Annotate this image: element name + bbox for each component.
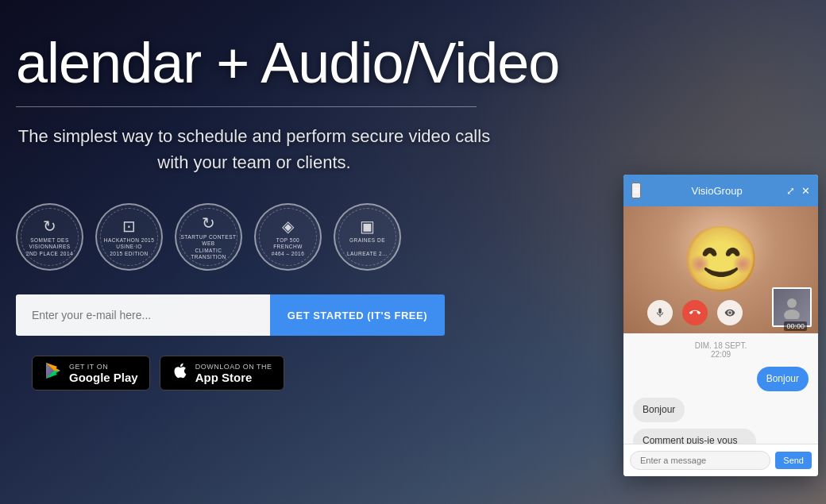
badge-icon-2: ⊡ bbox=[122, 217, 137, 236]
email-input[interactable] bbox=[16, 294, 270, 336]
google-play-button[interactable]: GET IT ON Google Play bbox=[32, 356, 150, 391]
badge-icon-4: ◈ bbox=[282, 217, 295, 236]
badge-award-4: ◈ TOP 500FRENCHW#464 – 2016 bbox=[254, 203, 322, 271]
badge-text-1: SOMMET DESVISIONNAIRES2ND PLACE 2014 bbox=[22, 237, 77, 257]
badge-text-5: GRAINES DELAUREATE 2... bbox=[343, 237, 392, 257]
badge-text-2: HACKATHON 2015USINE·IO2015 EDITION bbox=[100, 237, 159, 257]
svg-point-6 bbox=[787, 298, 797, 308]
apple-icon bbox=[172, 362, 189, 384]
google-play-text: GET IT ON Google Play bbox=[69, 363, 138, 384]
badge-icon-1: ↻ bbox=[43, 217, 57, 236]
cta-button[interactable]: GET STARTED (IT'S FREE) bbox=[270, 294, 445, 336]
badge-award-3: ↻ STARTUP CONTESTWEBCLIMATIC TRANSITION bbox=[175, 203, 242, 271]
chat-close-button[interactable]: ✕ bbox=[801, 185, 810, 197]
badge-text-4: TOP 500FRENCHW#464 – 2016 bbox=[268, 237, 309, 257]
bubble-text-sent-1: Bonjour bbox=[757, 367, 809, 391]
svg-point-7 bbox=[784, 310, 800, 319]
chat-date: DIM. 18 SEPT. 22:09 bbox=[633, 341, 809, 359]
chat-bubble-sent-1: Bonjour bbox=[633, 367, 809, 391]
chat-menu-button[interactable]: ≡ bbox=[631, 183, 641, 198]
chat-bubble-received-1: Bonjour bbox=[633, 398, 809, 422]
app-store-line2: App Store bbox=[195, 371, 272, 384]
badge-text-3: STARTUP CONTESTWEBCLIMATIC TRANSITION bbox=[176, 234, 241, 261]
chat-expand-button[interactable]: ⤢ bbox=[786, 185, 795, 197]
app-store-text: Download on the App Store bbox=[195, 363, 272, 384]
google-play-line1: GET IT ON bbox=[69, 363, 138, 371]
app-store-button[interactable]: Download on the App Store bbox=[160, 356, 284, 391]
chat-send-button[interactable]: Send bbox=[775, 452, 812, 469]
chat-video-area: 00:00 bbox=[623, 206, 818, 333]
badge-award-5: ▣ GRAINES DELAUREATE 2... bbox=[334, 203, 401, 271]
chat-widget: ≡ VisioGroup ⤢ ✕ 00:00 bbox=[623, 175, 818, 476]
bubble-text-received-1: Bonjour bbox=[633, 398, 685, 422]
chat-title: VisioGroup bbox=[647, 185, 786, 197]
hangup-button[interactable] bbox=[682, 300, 708, 325]
bubble-text-received-2: Comment puis-je vous aider? bbox=[633, 429, 756, 444]
chat-messages-area: DIM. 18 SEPT. 22:09 Bonjour Bonjour Comm… bbox=[623, 333, 818, 444]
mute-mic-button[interactable] bbox=[647, 300, 673, 325]
app-store-line1: Download on the bbox=[195, 363, 272, 371]
badge-icon-5: ▣ bbox=[360, 217, 376, 236]
chat-header: ≡ VisioGroup ⤢ ✕ bbox=[623, 175, 818, 206]
chat-bubble-received-2: Comment puis-je vous aider? bbox=[633, 429, 809, 444]
hero-title: alendar + Audio/Video bbox=[16, 32, 802, 94]
google-play-icon bbox=[44, 361, 63, 385]
badge-award-1: ↻ SOMMET DESVISIONNAIRES2ND PLACE 2014 bbox=[16, 203, 83, 271]
chat-header-actions: ⤢ ✕ bbox=[786, 185, 810, 197]
badge-award-2: ⊡ HACKATHON 2015USINE·IO2015 EDITION bbox=[95, 203, 163, 271]
badge-icon-3: ↻ bbox=[202, 214, 216, 233]
signup-form: GET STARTED (IT'S FREE) bbox=[16, 294, 445, 336]
google-play-line2: Google Play bbox=[69, 371, 138, 384]
chat-video-timer: 00:00 bbox=[784, 321, 807, 331]
toggle-video-button[interactable] bbox=[717, 300, 743, 325]
chat-input-area: Send bbox=[623, 444, 818, 476]
hero-divider bbox=[16, 106, 477, 107]
chat-message-input[interactable] bbox=[630, 451, 770, 470]
chat-video-controls bbox=[623, 300, 766, 325]
hero-subtitle: The simplest way to schedule and perform… bbox=[8, 123, 500, 175]
